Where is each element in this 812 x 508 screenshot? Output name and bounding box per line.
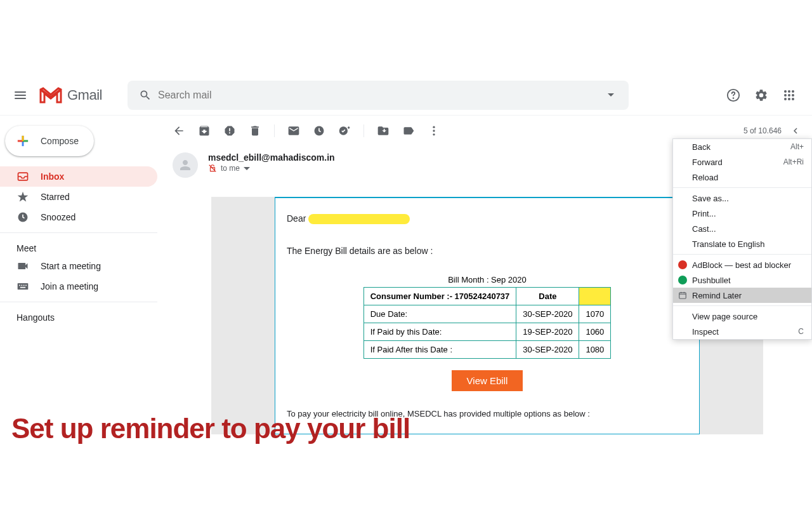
- bill-table: Consumer Number :- 170524240737 Date Due…: [363, 287, 612, 359]
- ctx-cast[interactable]: Cast...: [673, 221, 811, 236]
- svg-point-3: [788, 90, 790, 93]
- pagination-label: 5 of 10.646: [743, 126, 782, 135]
- person-icon: [178, 157, 193, 173]
- sidebar-item-label: Snoozed: [41, 212, 75, 222]
- main-menu-button[interactable]: [5, 80, 36, 110]
- sidebar-item-label: Starred: [41, 192, 70, 202]
- svg-rect-17: [25, 285, 27, 286]
- label-icon: [402, 124, 415, 137]
- sidebar-item-start-meeting[interactable]: Start a meeting: [0, 256, 157, 276]
- ctx-view-source[interactable]: View page source: [673, 309, 811, 324]
- sidebar-item-snoozed[interactable]: Snoozed: [0, 207, 157, 227]
- more-vert-icon: [428, 124, 440, 137]
- move-button[interactable]: [377, 124, 390, 137]
- divider: [673, 187, 811, 188]
- snooze-button[interactable]: [313, 124, 325, 137]
- report-spam-icon: [223, 124, 236, 137]
- salutation: Dear: [287, 213, 688, 224]
- sidebar-item-label: Inbox: [41, 171, 64, 182]
- search-options-toggle[interactable]: [598, 93, 624, 97]
- archive-button[interactable]: [198, 124, 211, 137]
- more-button[interactable]: [428, 124, 440, 137]
- svg-point-21: [433, 126, 435, 128]
- prev-button[interactable]: [789, 124, 802, 137]
- clock-icon: [313, 124, 325, 137]
- delete-button[interactable]: [249, 124, 261, 137]
- svg-point-6: [788, 94, 790, 97]
- table-row: If Paid After this Date : 30-SEP-2020 10…: [363, 341, 611, 359]
- svg-rect-15: [22, 285, 23, 286]
- star-icon: [16, 190, 29, 203]
- adblock-icon: [678, 260, 687, 269]
- sender-avatar[interactable]: [173, 152, 198, 178]
- trash-icon: [249, 124, 261, 137]
- svg-point-1: [733, 98, 734, 98]
- mark-unread-button[interactable]: [287, 124, 300, 137]
- svg-rect-16: [23, 285, 25, 286]
- spam-button[interactable]: [223, 124, 236, 137]
- add-task-button[interactable]: [338, 124, 351, 137]
- table-row: Due Date: 30-SEP-2020 1070: [363, 305, 611, 323]
- view-ebill-button[interactable]: View Ebill: [452, 370, 523, 391]
- caret-down-icon: [244, 167, 250, 170]
- sidebar-item-join-meeting[interactable]: Join a meeting: [0, 276, 157, 297]
- task-add-icon: [338, 124, 351, 137]
- arrow-left-icon: [173, 124, 185, 137]
- folder-move-icon: [377, 124, 390, 137]
- search-box[interactable]: [128, 81, 629, 110]
- gmail-logo[interactable]: Gmail: [38, 86, 102, 105]
- gear-icon: [754, 88, 768, 102]
- separator: [363, 124, 364, 137]
- ctx-reload[interactable]: Reload: [673, 170, 811, 185]
- search-icon: [133, 89, 158, 102]
- ctx-adblock[interactable]: AdBlock — best ad blocker: [673, 257, 811, 272]
- pushbullet-icon: [678, 276, 687, 284]
- svg-rect-24: [679, 293, 686, 298]
- ctx-translate[interactable]: Translate to English: [673, 236, 811, 251]
- sidebar-item-inbox[interactable]: Inbox: [0, 166, 157, 187]
- table-row: If Paid by this Date: 19-SEP-2020 1060: [363, 323, 611, 341]
- sidebar: Compose Inbox Starred Snoozed Meet: [0, 116, 162, 508]
- labels-button[interactable]: [402, 124, 415, 137]
- archive-icon: [198, 124, 211, 137]
- calendar-icon: [678, 291, 687, 300]
- to-label: to me: [221, 164, 240, 173]
- ctx-save-as[interactable]: Save as...: [673, 190, 811, 206]
- inbox-icon: [16, 170, 29, 183]
- browser-context-menu: BackAlt+ ForwardAlt+Ri Reload Save as...…: [672, 138, 812, 340]
- email-body: Dear The Energy Bill details are as belo…: [275, 197, 700, 434]
- svg-point-10: [792, 98, 794, 100]
- sidebar-item-starred[interactable]: Starred: [0, 187, 157, 207]
- ctx-back[interactable]: BackAlt+: [673, 139, 811, 154]
- sidebar-item-label: Start a meeting: [41, 261, 101, 271]
- settings-button[interactable]: [749, 83, 774, 108]
- bill-month: Bill Month : Sep 2020: [287, 275, 688, 284]
- svg-point-22: [433, 130, 435, 131]
- apps-button[interactable]: [776, 83, 802, 108]
- pagination: 5 of 10.646: [743, 124, 802, 137]
- meet-section-title: Meet: [0, 238, 162, 256]
- apps-grid-icon: [783, 90, 795, 101]
- video-icon: [16, 260, 29, 272]
- svg-point-9: [788, 98, 790, 100]
- svg-rect-18: [20, 287, 25, 288]
- table-header: Date: [516, 288, 579, 305]
- search-input[interactable]: [158, 90, 598, 101]
- ctx-forward[interactable]: ForwardAlt+Ri: [673, 154, 811, 170]
- hangouts-section-title: Hangouts: [0, 307, 162, 325]
- ctx-pushbullet[interactable]: Pushbullet: [673, 272, 811, 288]
- mail-icon: [287, 124, 300, 137]
- ctx-print[interactable]: Print...: [673, 206, 811, 221]
- compose-button[interactable]: Compose: [5, 126, 94, 156]
- ctx-remind-later[interactable]: Remind Later: [673, 288, 811, 303]
- svg-rect-14: [19, 285, 20, 286]
- chevron-left-icon: [790, 125, 801, 137]
- ctx-inspect[interactable]: InspectC: [673, 324, 811, 339]
- svg-point-23: [433, 133, 435, 135]
- table-header: Consumer Number :- 170524240737: [363, 288, 516, 305]
- svg-point-8: [784, 98, 787, 100]
- back-button[interactable]: [173, 124, 185, 137]
- gmail-m-icon: [38, 86, 63, 105]
- svg-point-2: [784, 90, 787, 93]
- support-button[interactable]: [721, 83, 746, 108]
